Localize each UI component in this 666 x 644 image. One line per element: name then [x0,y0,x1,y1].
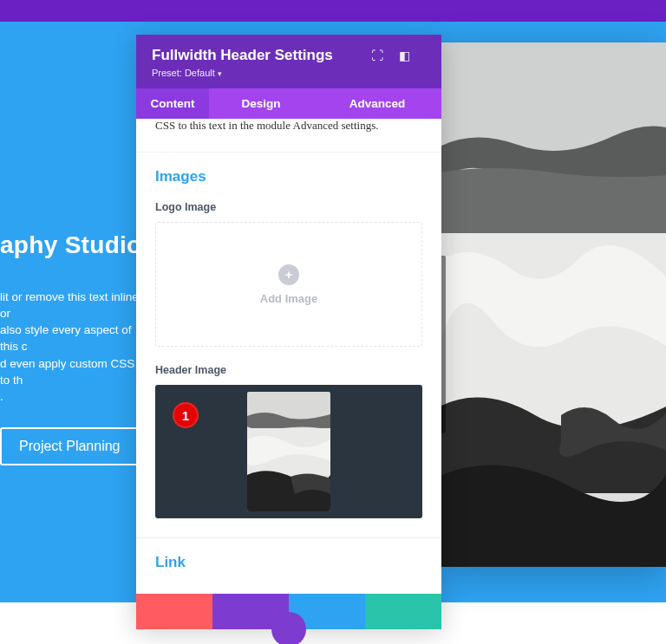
hero-title: aphy Studio [0,231,146,259]
tab-design[interactable]: Design [209,88,313,119]
settings-modal: Fullwidth Header Settings Preset: Defaul… [136,35,441,629]
tab-content[interactable]: Content [136,88,209,119]
previous-section-clipped-text: CSS to this text in the module Advanced … [136,119,441,153]
section-link: Link [136,538,441,594]
modal-tabs: Content Design Advanced [136,88,441,119]
plus-icon: + [278,264,299,285]
preset-prefix: Preset: [152,68,185,78]
modal-body[interactable]: CSS to this text in the module Advanced … [136,119,441,594]
responsive-icon[interactable] [399,49,410,62]
section-title-images[interactable]: Images [155,168,206,185]
cancel-button[interactable] [136,594,212,629]
hero-description: lit or remove this text inline or also s… [0,289,146,405]
hero-header-image [440,42,666,567]
preset-selector[interactable]: Preset: Default [152,68,333,78]
section-link-menu-icon[interactable] [415,559,422,566]
section-title-link[interactable]: Link [155,554,186,571]
logo-image-upload[interactable]: + Add Image [155,222,422,347]
annotation-badge-1: 1 [173,402,199,428]
drag-handle-icon[interactable] [271,612,306,644]
header-image-label: Header Image [155,364,422,376]
preset-value: Default [185,68,215,78]
logo-image-label: Logo Image [155,201,422,213]
top-accent-bar [0,0,666,22]
modal-footer [136,594,441,629]
project-planning-button[interactable]: Project Planning [0,427,140,465]
expand-icon[interactable] [371,49,383,62]
hero-content: aphy Studio lit or remove this text inli… [0,231,146,465]
coast-photo [440,42,666,567]
modal-title: Fullwidth Header Settings [152,47,333,64]
save-button[interactable] [365,594,441,629]
add-image-text: Add Image [260,292,317,305]
modal-header[interactable]: Fullwidth Header Settings Preset: Defaul… [136,35,441,88]
header-image-thumbnail[interactable]: 1 [155,385,422,518]
section-images-menu-icon[interactable] [415,173,422,180]
section-images: Images Logo Image + Add Image Header Ima… [136,153,441,538]
header-image-preview [247,392,330,511]
tab-advanced[interactable]: Advanced [313,88,441,119]
